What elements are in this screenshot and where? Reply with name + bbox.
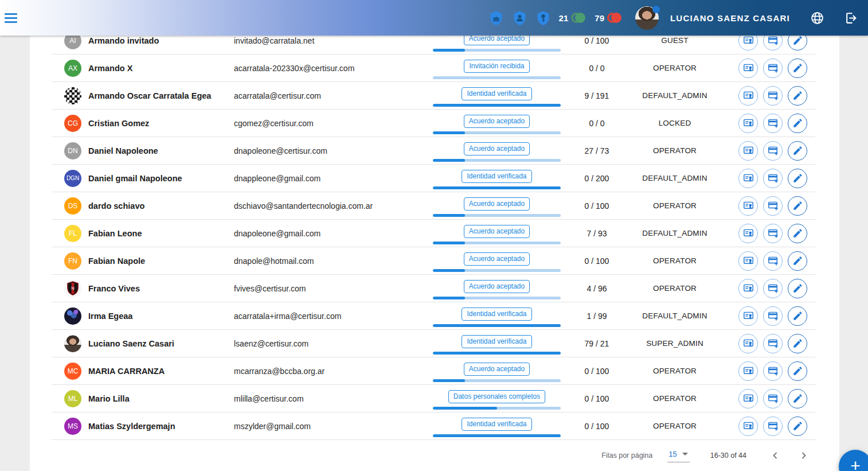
- cert-count: 0 / 100: [561, 201, 633, 211]
- cert-count: 0 / 0: [561, 119, 633, 128]
- status-badge: Acuerdo aceptado: [464, 252, 530, 266]
- status-cell: Identidad verificada: [433, 87, 561, 107]
- edit-pencil-icon[interactable]: [788, 361, 807, 381]
- card-add-icon[interactable]: [763, 196, 783, 216]
- user-role: OPERATOR: [633, 394, 717, 403]
- chevron-down-icon: [682, 452, 689, 457]
- edit-pencil-icon[interactable]: [788, 416, 807, 436]
- expired-certificates-stat[interactable]: 79: [595, 11, 623, 24]
- row-actions: [717, 141, 815, 161]
- globe-icon[interactable]: [808, 9, 826, 26]
- edit-pencil-icon[interactable]: [788, 334, 807, 353]
- edit-pencil-icon[interactable]: [788, 306, 807, 326]
- progress-fill: [433, 434, 561, 437]
- cert-count: 0 / 100: [561, 36, 633, 45]
- status-badge: Acuerdo aceptado: [464, 363, 530, 376]
- edit-pencil-icon[interactable]: [788, 251, 807, 271]
- certificate-icon[interactable]: [738, 114, 758, 133]
- edit-pencil-icon[interactable]: [788, 389, 807, 408]
- card-add-icon[interactable]: [763, 59, 783, 78]
- progress-bar: [433, 297, 561, 299]
- certificate-icon[interactable]: [738, 196, 758, 216]
- certificate-icon[interactable]: [738, 36, 758, 50]
- user-email: fvives@certisur.com: [234, 284, 433, 293]
- avatar: [64, 307, 81, 325]
- avatar[interactable]: [635, 6, 659, 30]
- edit-pencil-icon[interactable]: [788, 36, 807, 50]
- edit-pencil-icon[interactable]: [788, 59, 807, 78]
- edit-pencil-icon[interactable]: [788, 169, 807, 188]
- table-row: DGN Daniel gmail Napoleone dnappleone@gm…: [52, 165, 815, 192]
- certificate-icon[interactable]: [738, 224, 758, 243]
- card-add-icon[interactable]: [763, 334, 783, 353]
- user-name: MARIA CARRANZA: [88, 367, 234, 376]
- card-add-icon[interactable]: [763, 141, 783, 161]
- card-add-icon[interactable]: [763, 36, 783, 50]
- edit-pencil-icon[interactable]: [788, 279, 807, 298]
- card-add-icon[interactable]: [763, 279, 783, 298]
- card-add-icon[interactable]: [763, 86, 783, 106]
- card-add-icon[interactable]: [763, 224, 783, 243]
- certificate-icon[interactable]: [738, 334, 758, 353]
- card-add-icon[interactable]: [763, 306, 783, 326]
- edit-pencil-icon[interactable]: [788, 141, 807, 161]
- user-email: acarratala@certisur.com: [234, 91, 433, 100]
- certificate-icon[interactable]: [738, 279, 758, 298]
- avatar: N: [64, 280, 81, 297]
- status-badge: Identidad verificada: [462, 307, 531, 321]
- user-email: cgomez@certisur.com: [234, 119, 433, 128]
- green-donut-icon: [571, 11, 587, 24]
- certificate-icon[interactable]: [738, 251, 758, 271]
- certificate-icon[interactable]: [738, 141, 758, 161]
- rows-per-page-select[interactable]: 15: [667, 449, 689, 462]
- card-add-icon[interactable]: [763, 169, 783, 188]
- edit-pencil-icon[interactable]: [788, 196, 807, 216]
- menu-icon[interactable]: [5, 11, 19, 25]
- card-add-icon[interactable]: [763, 361, 783, 381]
- certificate-icon[interactable]: [738, 59, 758, 78]
- card-add-icon[interactable]: [763, 389, 783, 408]
- certificate-icon[interactable]: [738, 416, 758, 436]
- edit-pencil-icon[interactable]: [788, 114, 807, 133]
- user-role: OPERATOR: [633, 201, 717, 210]
- stat-red-value: 79: [595, 13, 604, 23]
- table-row: Armando Oscar Carratala Egea acarratala@…: [52, 82, 815, 110]
- previous-page-button[interactable]: [768, 449, 782, 462]
- row-actions: [717, 196, 815, 216]
- certificate-icon[interactable]: [738, 389, 758, 408]
- add-user-button[interactable]: +: [839, 450, 868, 471]
- cert-count: 9 / 191: [561, 91, 633, 100]
- logout-icon[interactable]: [843, 9, 860, 26]
- card-add-icon[interactable]: [763, 251, 783, 271]
- user-name: Armando Oscar Carratala Egea: [88, 91, 234, 100]
- shield-key-icon[interactable]: [535, 10, 551, 26]
- table-row: DN Daniel Napoleone dnapoleone@certisur.…: [52, 137, 815, 165]
- next-page-button[interactable]: [797, 449, 811, 462]
- status-badge: Acuerdo aceptado: [464, 36, 530, 45]
- row-actions: [717, 86, 815, 106]
- table-row: Irma Egeaa acarratala+irma@certisur.com …: [52, 302, 815, 330]
- certificate-icon[interactable]: [738, 306, 758, 326]
- user-role: OPERATOR: [633, 64, 717, 72]
- shield-crown-icon[interactable]: [488, 10, 504, 26]
- progress-fill: [433, 49, 465, 52]
- shield-person-icon[interactable]: [512, 10, 527, 26]
- status-badge: [652, 6, 660, 13]
- row-actions: [717, 334, 815, 353]
- avatar: CG: [64, 115, 81, 132]
- status-badge: Acuerdo aceptado: [464, 115, 530, 128]
- valid-certificates-stat[interactable]: 21: [559, 11, 587, 24]
- user-email: dnapole@hotmail.com: [234, 256, 433, 266]
- user-name: Franco Vives: [88, 284, 234, 293]
- progress-fill: [433, 324, 561, 327]
- edit-pencil-icon[interactable]: [788, 224, 807, 243]
- certificate-icon[interactable]: [738, 361, 758, 381]
- card-add-icon[interactable]: [763, 416, 783, 436]
- table-row: MC MARIA CARRANZA mcarranza@bccba.org.ar…: [52, 357, 815, 385]
- certificate-icon[interactable]: [738, 86, 758, 106]
- edit-pencil-icon[interactable]: [788, 86, 807, 106]
- certificate-icon[interactable]: [738, 169, 758, 188]
- table-row: FN Fabian Napole dnapole@hotmail.com Acu…: [52, 247, 815, 275]
- card-add-icon[interactable]: [763, 114, 783, 133]
- progress-bar: [433, 352, 561, 355]
